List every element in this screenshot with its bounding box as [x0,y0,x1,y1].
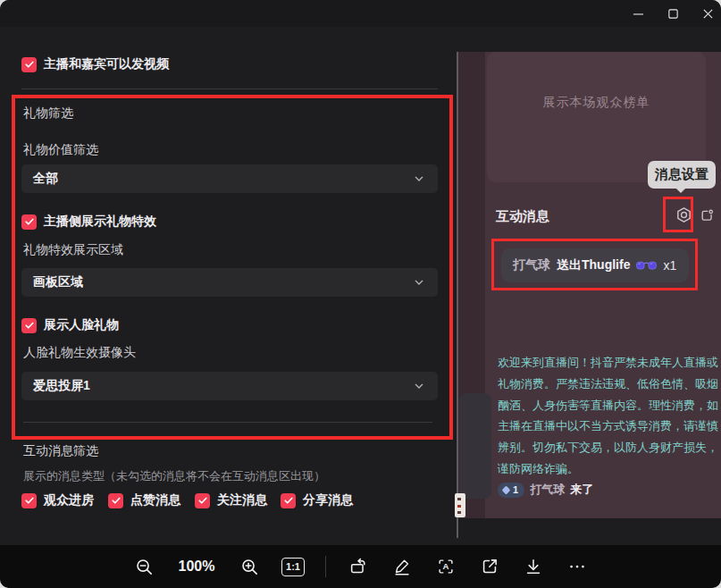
annotate-button[interactable] [390,555,414,578]
ellipsis-icon [567,557,587,576]
share-icon [480,557,499,576]
message-filter-title: 互动消息筛选 [23,443,98,459]
check-icon [111,495,122,506]
effects-area-select[interactable]: 画板区域 [21,268,438,297]
enter-room-message: 1 打气球 来了 [498,482,593,498]
text-recognition-icon: A [436,557,456,576]
face-gift-checkbox[interactable] [21,318,37,333]
like-message-checkbox[interactable] [108,493,123,508]
gift-count: x1 [663,258,676,273]
message-type-row-enter: 观众进房 [21,492,94,508]
chevron-down-icon [412,275,426,290]
check-icon [24,495,35,506]
sunglasses-gift-icon [636,261,657,271]
live-message-panel: 展示本场观众榜单 消息设置 互动消息 打气球 送出Thuglife [458,52,721,518]
pencil-icon [392,557,412,576]
enter-message-text: 来了 [570,482,593,498]
face-camera-select[interactable]: 爱思投屏1 [21,372,438,400]
close-icon [702,8,714,20]
follow-message-label: 关注消息 [217,492,267,508]
interactive-messages-title: 互动消息 [496,208,549,225]
more-options-button[interactable] [566,555,589,578]
face-camera-label: 人脸礼物生效摄像头 [23,345,136,361]
rotate-button[interactable] [347,555,370,578]
gift-value-select[interactable]: 全部 [21,164,438,193]
like-message-label: 点赞消息 [130,492,180,508]
actual-size-button[interactable]: 1:1 [281,555,305,578]
gift-effects-checkbox[interactable] [21,214,37,230]
svg-text:A: A [443,561,449,571]
face-gift-label: 展示人脸礼物 [44,317,119,333]
message-settings-button[interactable] [670,201,697,228]
video-permission-row: 主播和嘉宾可以发视频 [21,56,169,72]
zoom-out-button[interactable] [132,555,155,578]
diamond-icon [502,485,511,494]
zoom-in-button[interactable] [238,555,261,578]
chevron-down-icon [412,379,426,393]
gift-sender-name: 打气球 [513,257,550,273]
minimize-button[interactable] [630,5,646,21]
toolbar-divider [325,556,326,577]
check-icon [197,495,208,506]
minimize-icon [633,8,644,20]
check-icon [24,216,35,227]
actual-size-icon: 1:1 [281,558,305,576]
chevron-down-icon [412,172,426,186]
check-icon [283,495,294,506]
enter-user-name: 打气球 [530,482,565,498]
video-permission-checkbox[interactable] [21,57,37,72]
message-type-row-like: 点赞消息 [108,492,180,508]
effects-area-label: 礼物特效展示区域 [23,242,123,258]
popout-messages-button[interactable] [696,205,717,226]
live-room-notice: 欢迎来到直播间！抖音严禁未成年人直播或礼物消费。严禁违法违规、低俗色情、吸烟酗酒… [498,352,721,480]
follow-message-checkbox[interactable] [195,493,210,508]
check-icon [24,320,35,331]
gear-icon [675,206,693,224]
gift-action-text: 送出Thuglife [557,257,630,273]
partial-emote-fragment [455,493,465,517]
maximize-icon [667,8,679,20]
message-type-row-share: 分享消息 [281,492,353,508]
ocr-button[interactable]: A [434,555,457,578]
enter-room-label: 观众进房 [44,492,94,508]
user-level-number: 1 [513,484,518,495]
user-level-badge: 1 [498,483,524,498]
gift-filter-title: 礼物筛选 [23,105,73,122]
titlebar [0,0,721,27]
image-viewer-toolbar: 100% 1:1 [0,545,721,588]
enter-room-checkbox[interactable] [21,493,37,508]
maximize-button[interactable] [665,5,681,21]
gift-effects-row: 主播侧展示礼物特效 [21,214,156,230]
message-settings-tooltip: 消息设置 [648,161,716,189]
section-divider [21,88,438,89]
section-divider [23,422,432,423]
app-window: 主播和嘉宾可以发视频 礼物筛选 礼物价值筛选 全部 主播侧展示礼物特效 礼物特效… [0,0,721,588]
gift-effects-label: 主播侧展示礼物特效 [44,214,156,230]
download-button[interactable] [522,555,545,578]
download-icon [524,557,543,576]
close-button[interactable] [700,5,716,21]
face-gift-row: 展示人脸礼物 [21,317,119,333]
message-filter-hint: 展示的消息类型（未勾选的消息将不会在互动消息区出现） [23,468,325,484]
gift-value-filter-label: 礼物价值筛选 [23,142,98,158]
zoom-out-icon [134,557,155,577]
video-permission-label: 主播和嘉宾可以发视频 [44,56,169,72]
face-camera-select-value: 爱思投屏1 [33,378,90,394]
popout-icon [699,207,716,224]
audience-ranking-placeholder: 展示本场观众榜单 [487,95,706,111]
gift-message-bubble: 打气球 送出Thuglife x1 [501,248,689,282]
effects-area-select-value: 画板区域 [33,274,83,290]
check-icon [24,59,35,70]
gift-value-select-value: 全部 [33,171,58,187]
zoom-level-value: 100% [176,559,217,575]
background-panel-fragment [459,393,491,499]
share-message-label: 分享消息 [303,492,353,508]
share-button[interactable] [478,555,501,578]
share-message-checkbox[interactable] [281,493,296,508]
window-controls [630,0,716,27]
zoom-in-icon [239,557,260,577]
rotate-icon [348,557,368,576]
message-type-row-follow: 关注消息 [195,492,267,508]
